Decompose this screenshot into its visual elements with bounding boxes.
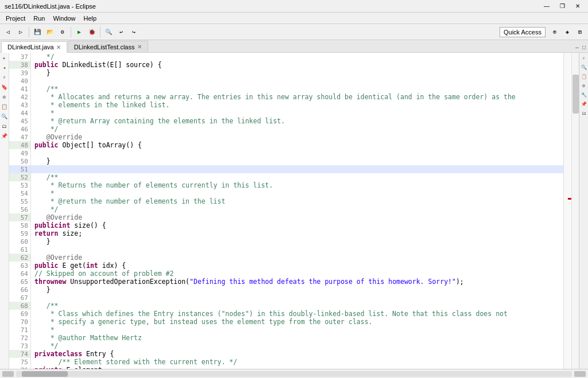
- left-icon-5[interactable]: ⚙: [1, 93, 9, 101]
- line-num-73: 73: [9, 342, 30, 350]
- app-window: se116/DLinkedList.java - Eclipse — ❐ ✕ P…: [0, 0, 588, 378]
- toolbar-right-2[interactable]: ◈: [562, 26, 573, 38]
- toolbar-btn-2[interactable]: ▷: [15, 26, 26, 38]
- line-num-59: 59: [9, 229, 30, 237]
- line-num-50: 50: [9, 157, 30, 165]
- toolbar-btn-run[interactable]: ▶: [74, 26, 85, 38]
- tab-dlinkedlist[interactable]: DLinkedList.java ✕: [1, 41, 67, 53]
- right-icon-2[interactable]: 🔍: [580, 63, 588, 71]
- quick-access-button[interactable]: Quick Access: [500, 27, 546, 37]
- tab-dlinkedlist-close[interactable]: ✕: [56, 44, 61, 50]
- menu-help[interactable]: Help: [80, 14, 100, 22]
- right-icon-3[interactable]: 📋: [580, 72, 588, 80]
- menu-window[interactable]: Window: [49, 14, 79, 22]
- code-line-71: *: [31, 326, 563, 334]
- left-icon-1[interactable]: ▸: [1, 54, 9, 62]
- line-num-61: 61: [9, 245, 30, 254]
- tab-maximize[interactable]: □: [581, 45, 587, 51]
- toolbar-btn-4[interactable]: 📂: [44, 26, 56, 38]
- tab-minimize[interactable]: —: [574, 45, 580, 51]
- right-icon-7[interactable]: 🗂: [580, 109, 588, 117]
- code-line-50: }: [31, 157, 563, 165]
- code-line-48: public Object[] toArray() {: [31, 141, 563, 149]
- left-icon-3[interactable]: ⚡: [1, 73, 9, 81]
- toolbar-btn-7[interactable]: ↩: [115, 26, 127, 38]
- line-num-75: 75: [9, 358, 30, 366]
- menu-run[interactable]: Run: [30, 14, 48, 22]
- line-num-45: 45: [9, 117, 30, 125]
- line-num-57: 57: [9, 213, 30, 221]
- line-num-62: 62: [9, 254, 30, 262]
- line-num-68: 68: [9, 302, 30, 310]
- toolbar-btn-6[interactable]: 🔍: [103, 26, 114, 38]
- line-num-66: 66: [9, 286, 30, 294]
- vscroll-thumb[interactable]: [572, 75, 579, 114]
- minimize-button[interactable]: —: [540, 3, 553, 9]
- tab-bar: DLinkedList.java ✕ DLinkedListTest.class…: [0, 40, 588, 53]
- left-icon-2[interactable]: ◂: [1, 64, 9, 72]
- toolbar-btn-1[interactable]: ◁: [2, 26, 14, 38]
- left-icon-7[interactable]: 🔍: [1, 112, 9, 120]
- menu-project[interactable]: Project: [2, 14, 29, 22]
- code-line-42: * Allocates and returns a new array. The…: [31, 93, 563, 101]
- code-editor[interactable]: */ public DLinkedList(E[] source) { } /*…: [31, 53, 563, 369]
- editor-body: ▸ ◂ ⚡ 🔖 ⚙ 📋 🔍 🗂 📌 3738394041424344454647…: [0, 53, 588, 369]
- toolbar-btn-3[interactable]: 💾: [32, 26, 43, 38]
- hscroll-thumb[interactable]: [22, 371, 68, 377]
- hscroll-left[interactable]: [2, 371, 14, 377]
- code-line-49: [31, 149, 563, 157]
- close-button[interactable]: ✕: [572, 3, 583, 9]
- toolbar-right-3[interactable]: ⊞: [574, 26, 586, 38]
- code-line-69: * Class which defines the Entry instance…: [31, 310, 563, 318]
- code-line-68: /**: [31, 302, 563, 310]
- left-icon-4[interactable]: 🔖: [1, 83, 9, 91]
- line-num-49: 49: [9, 149, 30, 157]
- code-line-70: * specify a generic type, but instead us…: [31, 318, 563, 326]
- right-icon-4[interactable]: ⚙: [580, 81, 588, 89]
- line-num-52: 52: [9, 173, 30, 181]
- line-num-37: 37: [9, 53, 30, 61]
- code-line-59: return size;: [31, 229, 563, 237]
- line-num-48: 48: [9, 141, 30, 149]
- right-icon-5[interactable]: 🔧: [580, 91, 588, 99]
- code-line-60: }: [31, 237, 563, 245]
- vscroll-track: [572, 53, 579, 369]
- code-line-47: @Override: [31, 133, 563, 141]
- maximize-button[interactable]: ❐: [556, 3, 568, 9]
- tab-dlinkedlist-label: DLinkedList.java: [7, 44, 54, 50]
- left-icon-6[interactable]: 📋: [1, 103, 9, 111]
- line-num-60: 60: [9, 237, 30, 245]
- hscrollbar[interactable]: [16, 371, 572, 377]
- line-num-58: 58: [9, 221, 30, 229]
- main-editor: 3738394041424344454647484950515253545556…: [9, 53, 579, 369]
- line-num-69: 69: [9, 310, 30, 318]
- code-line-67: [31, 294, 563, 302]
- line-num-44: 44: [9, 109, 30, 117]
- toolbar-btn-8[interactable]: ↪: [128, 26, 140, 38]
- line-num-43: 43: [9, 101, 30, 109]
- tab-dlinkedlisttest[interactable]: DLinkedListTest.class ✕: [68, 41, 148, 52]
- tab-dlinkedlisttest-close[interactable]: ✕: [137, 44, 142, 50]
- toolbar-btn-debug[interactable]: 🐞: [86, 26, 98, 38]
- menu-bar: Project Run Window Help: [0, 13, 588, 24]
- left-icon-8[interactable]: 🗂: [1, 122, 9, 130]
- toolbar-btn-5[interactable]: ⚙: [57, 26, 68, 38]
- code-line-56: */: [31, 205, 563, 213]
- code-line-65: throw new UnsupportedOperationException(…: [31, 278, 563, 286]
- line-num-74: 74: [9, 350, 30, 358]
- right-icon-6[interactable]: 📌: [580, 100, 588, 108]
- line-num-72: 72: [9, 334, 30, 342]
- title-bar: se116/DLinkedList.java - Eclipse — ❐ ✕: [0, 0, 588, 13]
- code-line-74: private class Entry {: [31, 350, 563, 358]
- left-icon-9[interactable]: 📌: [1, 132, 9, 140]
- line-num-70: 70: [9, 318, 30, 326]
- line-num-65: 65: [9, 278, 30, 286]
- toolbar-right-1[interactable]: ⊕: [549, 26, 560, 38]
- line-num-46: 46: [9, 125, 30, 133]
- line-num-47: 47: [9, 133, 30, 141]
- code-line-51: [31, 165, 563, 173]
- code-line-73: */: [31, 342, 563, 350]
- vscrollbar[interactable]: [571, 53, 579, 369]
- hscroll-right[interactable]: [574, 371, 586, 377]
- right-icon-1[interactable]: ⚡: [580, 54, 588, 62]
